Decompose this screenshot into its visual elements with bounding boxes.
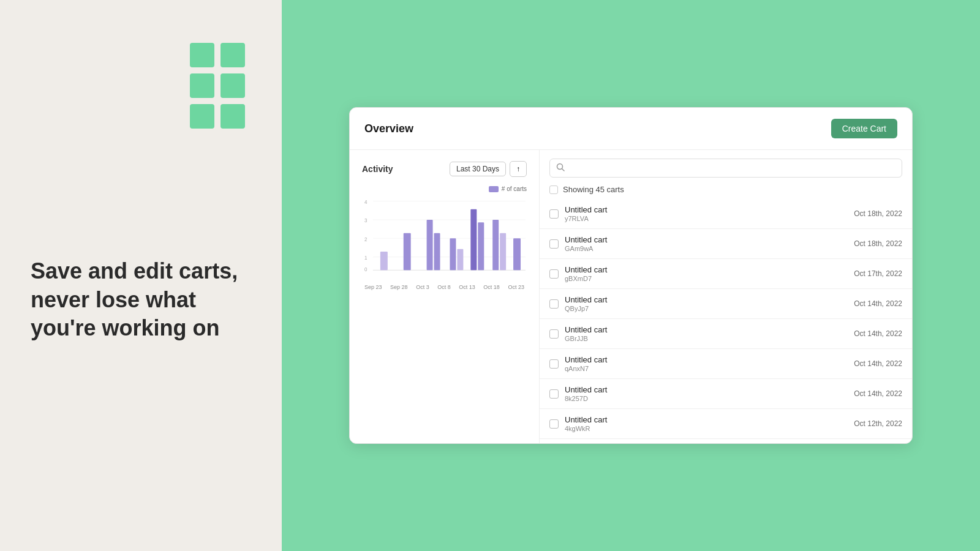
svg-text:3: 3 — [364, 217, 368, 223]
legend-label: # of carts — [502, 186, 527, 192]
dot-4 — [221, 73, 245, 98]
cart-item[interactable]: Untitled cart QByJp7 Oct 14th, 2022 — [540, 289, 912, 319]
dot-5 — [190, 104, 214, 129]
svg-rect-19 — [500, 233, 506, 271]
x-label-oct23: Oct 23 — [508, 284, 524, 290]
dot-6 — [221, 104, 245, 129]
left-panel: Save and edit carts, never lose what you… — [0, 0, 282, 551]
cart-checkbox-2[interactable] — [549, 269, 559, 279]
svg-rect-18 — [492, 220, 499, 270]
cart-info-5: Untitled cart qAnxN7 — [565, 355, 848, 372]
cart-date-3: Oct 14th, 2022 — [854, 299, 902, 308]
cart-checkbox-3[interactable] — [549, 299, 559, 309]
svg-rect-17 — [478, 222, 484, 270]
bar-chart: 4 3 2 1 0 — [362, 196, 527, 276]
svg-rect-10 — [380, 252, 388, 270]
svg-rect-13 — [434, 233, 440, 271]
cart-info-2: Untitled cart gBXmD7 — [565, 265, 848, 282]
cart-info-6: Untitled cart 8k257D — [565, 385, 848, 402]
cart-checkbox-5[interactable] — [549, 359, 559, 369]
activity-label: Activity — [362, 164, 393, 174]
chart-area: 4 3 2 1 0 — [362, 196, 527, 282]
x-label-oct3: Oct 3 — [416, 284, 429, 290]
cart-id-5: qAnxN7 — [565, 365, 848, 372]
x-label-oct13: Oct 13 — [459, 284, 475, 290]
cart-id-1: GAm9wA — [565, 245, 848, 252]
app-body: Activity Last 30 Days ↑ # of carts 4 3 — [350, 150, 912, 443]
search-input[interactable] — [570, 163, 895, 173]
cart-name-4: Untitled cart — [565, 325, 848, 334]
chart-legend: # of carts — [362, 186, 527, 192]
app-card: Overview Create Cart Activity Last 30 Da… — [349, 107, 913, 444]
svg-rect-11 — [404, 233, 411, 271]
cart-item[interactable]: Untitled cart y7RLVA Oct 18th, 2022 — [540, 199, 912, 229]
cart-name-3: Untitled cart — [565, 295, 848, 304]
x-label-sep28: Sep 28 — [390, 284, 408, 290]
dot-1 — [190, 43, 214, 67]
cart-checkbox-6[interactable] — [549, 389, 559, 399]
cart-checkbox-0[interactable] — [549, 209, 559, 219]
cart-item[interactable]: Untitled cart gBXmD7 Oct 17th, 2022 — [540, 259, 912, 289]
right-panel: Overview Create Cart Activity Last 30 Da… — [282, 0, 980, 551]
cart-id-6: 8k257D — [565, 395, 848, 402]
cart-name-5: Untitled cart — [565, 355, 848, 364]
cart-date-0: Oct 18th, 2022 — [854, 209, 902, 218]
cart-id-4: GBrJJB — [565, 335, 848, 342]
svg-rect-15 — [457, 249, 463, 271]
chart-panel: Activity Last 30 Days ↑ # of carts 4 3 — [350, 150, 540, 443]
decorative-dots — [190, 43, 245, 129]
cart-date-7: Oct 12th, 2022 — [854, 419, 902, 428]
cart-list[interactable]: Untitled cart y7RLVA Oct 18th, 2022 Unti… — [540, 199, 912, 443]
cart-info-3: Untitled cart QByJp7 — [565, 295, 848, 312]
cart-item[interactable]: Untitled cart qAnxN7 Oct 14th, 2022 — [540, 349, 912, 379]
cart-date-4: Oct 14th, 2022 — [854, 329, 902, 338]
cart-checkbox-7[interactable] — [549, 419, 559, 429]
cart-item[interactable]: Untitled cart GAm9wA Oct 18th, 2022 — [540, 229, 912, 259]
cart-item[interactable]: Untitled cart 8k257D Oct 14th, 2022 — [540, 379, 912, 409]
svg-line-22 — [562, 169, 565, 171]
svg-rect-14 — [450, 238, 456, 270]
svg-text:0: 0 — [364, 266, 368, 272]
cart-checkbox-1[interactable] — [549, 239, 559, 249]
cart-item[interactable]: Untitled cart GBrJJB Oct 14th, 2022 — [540, 319, 912, 349]
legend-color — [489, 186, 499, 192]
cart-list-panel: Showing 45 carts Untitled cart y7RLVA Oc… — [540, 150, 912, 443]
x-label-oct18: Oct 18 — [483, 284, 500, 290]
cart-info-1: Untitled cart GAm9wA — [565, 235, 848, 252]
cart-info-0: Untitled cart y7RLVA — [565, 205, 848, 222]
cart-name-6: Untitled cart — [565, 385, 848, 394]
svg-text:1: 1 — [364, 255, 368, 261]
select-all-checkbox[interactable] — [549, 186, 558, 194]
cart-date-1: Oct 18th, 2022 — [854, 239, 902, 248]
cart-checkbox-4[interactable] — [549, 329, 559, 339]
cart-name-0: Untitled cart — [565, 205, 848, 214]
svg-text:4: 4 — [364, 199, 368, 205]
cart-item[interactable]: Untitled cart mXp3Lq Oct 10th, 2022 — [540, 439, 912, 443]
showing-count: Showing 45 carts — [563, 185, 624, 194]
cart-item[interactable]: Untitled cart 4kgWkR Oct 12th, 2022 — [540, 409, 912, 439]
export-button[interactable]: ↑ — [510, 161, 527, 177]
date-range-button[interactable]: Last 30 Days — [450, 162, 506, 176]
cart-date-6: Oct 14th, 2022 — [854, 389, 902, 398]
chart-header: Activity Last 30 Days ↑ — [362, 161, 527, 177]
chart-controls: Last 30 Days ↑ — [450, 161, 527, 177]
showing-label-row: Showing 45 carts — [540, 182, 912, 199]
cart-name-2: Untitled cart — [565, 265, 848, 274]
page-title: Overview — [364, 122, 413, 135]
cart-date-2: Oct 17th, 2022 — [854, 269, 902, 278]
search-wrapper[interactable] — [549, 159, 902, 178]
svg-text:2: 2 — [364, 236, 368, 242]
cart-info-7: Untitled cart 4kgWkR — [565, 415, 848, 432]
x-label-sep23: Sep 23 — [364, 284, 382, 290]
search-bar — [540, 150, 912, 182]
x-label-oct8: Oct 8 — [437, 284, 451, 290]
cart-id-3: QByJp7 — [565, 305, 848, 312]
cart-name-1: Untitled cart — [565, 235, 848, 244]
cart-id-7: 4kgWkR — [565, 425, 848, 432]
search-icon — [556, 163, 565, 173]
cart-id-2: gBXmD7 — [565, 275, 848, 282]
svg-rect-20 — [513, 238, 521, 270]
app-header: Overview Create Cart — [350, 108, 912, 150]
tagline-text: Save and edit carts, never lose what you… — [31, 257, 251, 343]
create-cart-button[interactable]: Create Cart — [831, 119, 897, 138]
